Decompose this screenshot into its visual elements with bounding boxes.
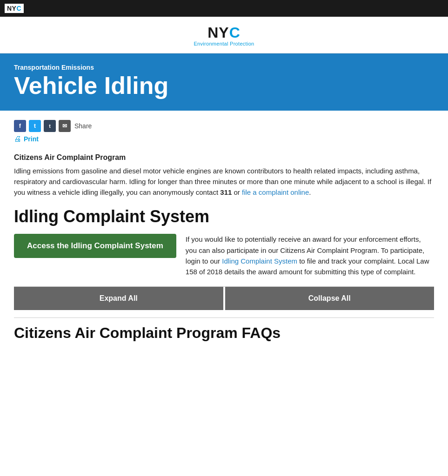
hero-banner: Transportation Emissions Vehicle Idling	[0, 53, 448, 111]
top-bar: NYC	[0, 0, 448, 17]
complaint-right: If you would like to potentially receive…	[186, 234, 434, 277]
faq-heading: Citizens Air Complaint Program FAQs	[14, 324, 434, 342]
program-heading: Citizens Air Complaint Program	[14, 153, 434, 162]
facebook-share-button[interactable]: f	[14, 120, 26, 132]
nyc-top-logo[interactable]: NYC	[5, 4, 24, 13]
site-header: NYC Environmental Protection	[0, 17, 448, 53]
tumblr-share-button[interactable]: t	[44, 120, 56, 132]
expand-all-button[interactable]: Expand All	[14, 287, 223, 310]
file-complaint-link[interactable]: file a complaint online	[242, 188, 309, 196]
share-row: f t t ✉ Share	[14, 120, 434, 132]
access-complaint-system-button[interactable]: Access the Idling Complaint System	[14, 234, 176, 258]
idling-complaint-link[interactable]: Idling Complaint System	[222, 257, 297, 265]
print-label: Print	[24, 135, 39, 143]
twitter-share-button[interactable]: t	[29, 120, 41, 132]
section-label: Transportation Emissions	[14, 64, 434, 71]
phone-number: 311	[220, 188, 232, 196]
print-icon: 🖨	[14, 135, 21, 143]
complaint-left: Access the Idling Complaint System	[14, 234, 176, 258]
period: .	[309, 188, 311, 196]
expand-collapse-row: Expand All Collapse All	[14, 286, 434, 310]
collapse-all-button[interactable]: Collapse All	[225, 287, 435, 310]
department-name: Environmental Protection	[194, 41, 254, 46]
or-text: or	[232, 188, 242, 196]
faq-section: Citizens Air Complaint Program FAQs	[14, 317, 434, 342]
email-share-button[interactable]: ✉	[59, 120, 71, 132]
print-row[interactable]: 🖨 Print	[14, 135, 434, 143]
nyc-main-logo: NYC	[207, 25, 241, 40]
complaint-system-heading: Idling Complaint System	[14, 207, 434, 226]
complaint-block: Access the Idling Complaint System If yo…	[14, 234, 434, 277]
main-content: f t t ✉ Share 🖨 Print Citizens Air Compl…	[0, 111, 448, 347]
share-label: Share	[74, 122, 92, 130]
program-body: Idling emissions from gasoline and diese…	[14, 165, 434, 198]
page-title: Vehicle Idling	[14, 73, 434, 99]
